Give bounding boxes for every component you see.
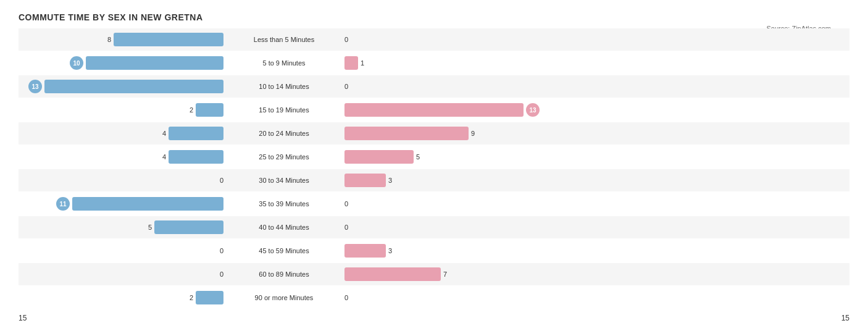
- right-section: 0: [340, 36, 549, 43]
- male-bar: [86, 56, 223, 70]
- male-value: 4: [155, 130, 166, 137]
- male-bar: [44, 80, 223, 93]
- male-bar: [196, 103, 223, 117]
- female-value: 0: [344, 83, 356, 90]
- time-range-label: 40 to 44 Minutes: [228, 224, 340, 231]
- right-section: 1: [340, 56, 549, 70]
- left-section: 13: [19, 80, 228, 93]
- chart-row: 8Less than 5 Minutes0: [19, 28, 849, 51]
- left-section: 4: [19, 127, 228, 140]
- male-value: 0: [212, 177, 223, 184]
- male-value: 5: [141, 224, 152, 231]
- time-range-label: Less than 5 Minutes: [228, 36, 340, 43]
- axis-row: 15 15: [19, 310, 849, 323]
- right-section: 3: [340, 244, 549, 258]
- chart-row: 420 to 24 Minutes9: [19, 122, 849, 145]
- axis-left: 15: [19, 314, 27, 322]
- female-value: 0: [344, 294, 356, 301]
- left-section: 4: [19, 150, 228, 164]
- male-value: 2: [182, 106, 193, 114]
- female-value: 0: [344, 200, 356, 208]
- chart-row: 1310 to 14 Minutes0: [19, 75, 849, 98]
- time-range-label: 90 or more Minutes: [228, 294, 340, 301]
- chart-title: COMMUTE TIME BY SEX IN NEW GRETNA: [19, 12, 849, 22]
- chart-row: 1135 to 39 Minutes0: [19, 193, 849, 215]
- female-bar: [344, 244, 386, 258]
- chart-row: 060 to 89 Minutes7: [19, 263, 849, 285]
- male-value: 4: [155, 153, 166, 161]
- right-section: 13: [340, 103, 549, 117]
- female-bar: [344, 56, 358, 70]
- chart-container: 8Less than 5 Minutes0105 to 9 Minutes113…: [19, 28, 849, 323]
- left-section: 0: [19, 247, 228, 254]
- male-bar: [169, 150, 223, 164]
- female-value: 3: [388, 247, 399, 254]
- chart-row: 425 to 29 Minutes5: [19, 146, 849, 168]
- female-bar: [344, 127, 469, 140]
- right-section: 7: [340, 267, 549, 281]
- axis-right: 15: [841, 314, 849, 322]
- right-section: 5: [340, 150, 549, 164]
- right-section: 0: [340, 200, 549, 208]
- male-value: 10: [70, 56, 83, 70]
- time-range-label: 60 to 89 Minutes: [228, 271, 340, 278]
- male-value: 8: [100, 36, 111, 43]
- time-range-label: 20 to 24 Minutes: [228, 130, 340, 137]
- female-value: 3: [388, 177, 399, 184]
- right-section: 0: [340, 83, 549, 90]
- right-section: 0: [340, 294, 549, 301]
- female-value: 0: [344, 224, 356, 231]
- time-range-label: 45 to 59 Minutes: [228, 247, 340, 254]
- left-section: 0: [19, 271, 228, 278]
- time-range-label: 25 to 29 Minutes: [228, 153, 340, 161]
- male-value: 13: [28, 80, 42, 93]
- left-section: 11: [19, 197, 228, 211]
- male-value: 0: [212, 247, 223, 254]
- left-section: 5: [19, 220, 228, 234]
- female-bar: [344, 150, 414, 164]
- right-section: 0: [340, 224, 549, 231]
- chart-row: 045 to 59 Minutes3: [19, 240, 849, 262]
- female-bar: [344, 103, 524, 117]
- female-value: 0: [344, 36, 356, 43]
- female-value: 1: [361, 59, 372, 67]
- female-value: 5: [416, 153, 427, 161]
- male-value: 0: [212, 271, 223, 278]
- time-range-label: 5 to 9 Minutes: [228, 59, 340, 67]
- female-value: 7: [443, 271, 454, 278]
- time-range-label: 15 to 19 Minutes: [228, 106, 340, 114]
- time-range-label: 10 to 14 Minutes: [228, 83, 340, 90]
- male-value: 2: [182, 294, 193, 301]
- male-value: 11: [56, 197, 70, 211]
- male-bar: [169, 127, 223, 140]
- male-bar: [72, 197, 223, 211]
- female-value: 13: [526, 103, 540, 117]
- left-section: 10: [19, 56, 228, 70]
- female-bar: [344, 174, 386, 187]
- right-section: 3: [340, 174, 549, 187]
- chart-row: 540 to 44 Minutes0: [19, 216, 849, 238]
- female-bar: [344, 267, 441, 281]
- chart-row: 030 to 34 Minutes3: [19, 169, 849, 191]
- chart-row: 105 to 9 Minutes1: [19, 52, 849, 74]
- left-section: 0: [19, 177, 228, 184]
- right-section: 9: [340, 127, 549, 140]
- time-range-label: 35 to 39 Minutes: [228, 200, 340, 208]
- left-section: 2: [19, 291, 228, 304]
- male-bar: [196, 291, 223, 304]
- male-bar: [114, 33, 223, 46]
- chart-row: 290 or more Minutes0: [19, 287, 849, 309]
- chart-row: 215 to 19 Minutes13: [19, 99, 849, 121]
- male-bar: [154, 220, 223, 234]
- left-section: 8: [19, 33, 228, 46]
- female-value: 9: [471, 130, 482, 137]
- time-range-label: 30 to 34 Minutes: [228, 177, 340, 184]
- left-section: 2: [19, 103, 228, 117]
